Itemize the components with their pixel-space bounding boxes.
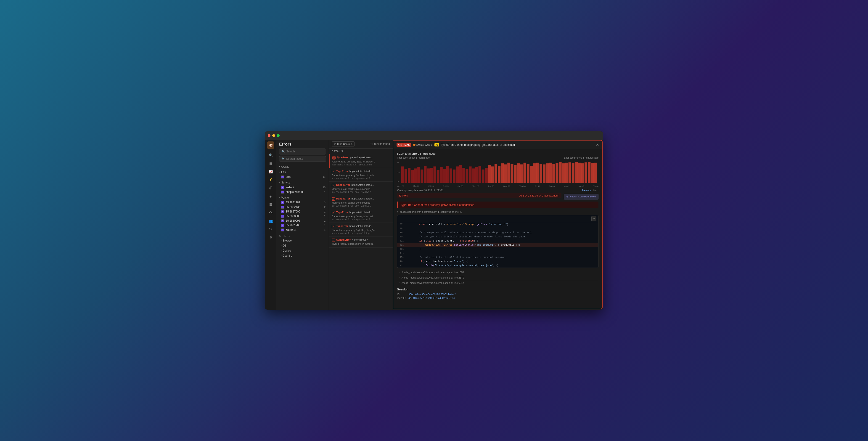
service-item-webui[interactable]: web-ui 10 bbox=[276, 185, 329, 190]
filter-device[interactable]: › Device bbox=[276, 248, 329, 253]
svg-rect-38 bbox=[514, 165, 517, 183]
error-item-2[interactable]: JS RangeError https://static.datac... Ma… bbox=[329, 182, 393, 195]
v4-checkbox[interactable] bbox=[281, 219, 284, 222]
search-box[interactable]: 🔍 bbox=[279, 149, 326, 154]
critical-badge: CRITICAL bbox=[397, 143, 411, 147]
stack-trace-1[interactable]: › ./node_modules/vue/dist/vue.runtime.es… bbox=[397, 275, 598, 280]
version-item-6[interactable]: 5aae51a 1 bbox=[276, 228, 329, 232]
version-item-1[interactable]: 35.2832435 2 bbox=[276, 205, 329, 209]
sidebar-icon-settings[interactable]: ⚙ bbox=[267, 234, 274, 241]
session-id-value[interactable]: 960cb69c-c30c-48ae-8012-960b314a4ec2 bbox=[408, 293, 456, 296]
others-section: OTHERS › Browser › OS › Device › bbox=[276, 234, 329, 258]
os-label: OS bbox=[283, 244, 286, 247]
stack-location-text: pages/department/_dept/product/_product.… bbox=[400, 210, 462, 213]
error-time-2: last seen about 1 hour ago – 15 days a bbox=[332, 191, 390, 193]
svg-text:1K: 1K bbox=[397, 162, 399, 164]
maximize-traffic-light[interactable] bbox=[277, 134, 280, 137]
env-prod-count: 11 bbox=[323, 175, 326, 178]
sidebar-icon-dashboard[interactable]: ▦ bbox=[267, 160, 274, 167]
v5-label: 35.2831783 bbox=[286, 224, 300, 227]
facets-search-input[interactable] bbox=[286, 157, 323, 160]
session-id-row: ID 960cb69c-c30c-48ae-8012-960b314a4ec2 bbox=[397, 293, 598, 296]
error-item-0[interactable]: JS TypeError pages/department/... Cannot… bbox=[329, 154, 393, 168]
svg-rect-62 bbox=[591, 163, 594, 183]
version-chevron: ▾ bbox=[279, 197, 280, 199]
version-item-2[interactable]: 35.2827500 2 bbox=[276, 209, 329, 214]
version-label-row[interactable]: ▾ Version bbox=[276, 195, 329, 200]
service-name: shopist-web-ui bbox=[416, 144, 433, 146]
stack-location: ▾ pages/department/_dept/product/_produc… bbox=[397, 210, 598, 213]
error-msg-4: Cannot read property 'from_ts' of null bbox=[332, 215, 390, 218]
sidebar-icon-apm[interactable]: ⚡ bbox=[267, 176, 274, 183]
hide-controls-button[interactable]: 👁 Hide Controls bbox=[332, 142, 354, 146]
close-button[interactable]: ✕ bbox=[596, 143, 599, 147]
service-webui-label: web-ui bbox=[286, 186, 294, 189]
close-traffic-light[interactable] bbox=[268, 134, 271, 137]
stack-trace-path-0: ./node_modules/vue/dist/vue.runtime.esm.… bbox=[401, 271, 464, 274]
previous-button[interactable]: Previous bbox=[582, 189, 592, 192]
error-item-5[interactable]: JS TypeError https://static.datado... Ca… bbox=[329, 223, 393, 236]
error-msg-6: Invalid regular expression: /[/: Unterm bbox=[332, 242, 390, 245]
service-shopist-checkbox[interactable] bbox=[281, 190, 284, 194]
core-chevron: ▾ bbox=[279, 166, 280, 168]
filter-os[interactable]: › OS bbox=[276, 243, 329, 248]
error-url-1: https://static.datado... bbox=[349, 170, 373, 173]
svg-rect-30 bbox=[488, 165, 491, 183]
version-item-3[interactable]: 35.2828800 1 bbox=[276, 214, 329, 218]
browser-chevron: › bbox=[281, 239, 282, 242]
filter-country[interactable]: › Country bbox=[276, 253, 329, 258]
version-item-0[interactable]: 35.2831289 3 bbox=[276, 200, 329, 205]
svg-rect-42 bbox=[527, 164, 529, 183]
svg-rect-53 bbox=[562, 164, 565, 183]
error-item-1[interactable]: JS TypeError https://static.datado... Ca… bbox=[329, 168, 393, 182]
filter-browser[interactable]: › Browser bbox=[276, 238, 329, 243]
minimize-traffic-light[interactable] bbox=[272, 134, 275, 137]
v2-label: 35.2827500 bbox=[286, 210, 300, 213]
v3-checkbox[interactable] bbox=[281, 215, 284, 218]
facets-search-box[interactable]: 🔍 bbox=[279, 156, 326, 162]
stack-trace-2[interactable]: › ./node_modules/vue/dist/vue.runtime.es… bbox=[397, 280, 598, 285]
sidebar-icon-map[interactable]: 🗺 bbox=[267, 209, 274, 216]
sidebar-icon-team[interactable]: 👥 bbox=[267, 217, 274, 225]
v2-checkbox[interactable] bbox=[281, 210, 284, 213]
code-line-41: 41. if (this.product.inCart == undefined… bbox=[397, 239, 598, 243]
error-time-1: last seen about 2 hours ago – about 2 bbox=[332, 177, 390, 180]
version-item-4[interactable]: 35.2830998 1 bbox=[276, 218, 329, 223]
error-item-4[interactable]: JS TypeError https://static.datado... Ca… bbox=[329, 209, 393, 223]
env-item-prod[interactable]: prod 11 bbox=[276, 175, 329, 179]
v0-checkbox[interactable] bbox=[281, 201, 284, 204]
next-button[interactable]: Next bbox=[593, 189, 598, 192]
sidebar-icon-rum[interactable]: ◈ bbox=[267, 193, 274, 200]
sidebar-icon-info[interactable]: ⓘ bbox=[267, 184, 274, 192]
error-item-6[interactable]: JS SyntaxError <anonymous> Invalid regul… bbox=[329, 236, 393, 248]
stack-trace-0[interactable]: › ./node_modules/vue/dist/vue.runtime.es… bbox=[397, 270, 598, 275]
svg-rect-54 bbox=[565, 163, 568, 183]
error-url-3: https://static.datac... bbox=[351, 197, 374, 200]
right-panel: CRITICAL shopist-web-ui JS TypeError: Ca… bbox=[393, 140, 602, 309]
v1-checkbox[interactable] bbox=[281, 206, 284, 209]
svg-rect-44 bbox=[533, 164, 536, 183]
session-title: Session bbox=[397, 288, 598, 291]
service-label-row[interactable]: ▾ Service bbox=[276, 180, 329, 185]
view-id-value[interactable]: dd4f01ce-b773-4640-b87f-cd2071b9728e bbox=[408, 297, 455, 299]
v6-checkbox[interactable] bbox=[281, 229, 284, 232]
svg-rect-27 bbox=[478, 166, 481, 183]
version-item-5[interactable]: 35.2831783 1 bbox=[276, 223, 329, 228]
left-panel: Errors 🔍 🔍 ▾ CORE bbox=[276, 140, 329, 310]
copy-code-button[interactable]: ⧉ bbox=[591, 216, 596, 221]
service-webui-checkbox[interactable] bbox=[281, 186, 284, 189]
sidebar-icon-list[interactable]: ☰ bbox=[267, 201, 274, 208]
search-input[interactable] bbox=[286, 150, 323, 153]
v5-checkbox[interactable] bbox=[281, 224, 284, 227]
titlebar bbox=[265, 131, 603, 140]
env-label-row[interactable]: ▾ Env bbox=[276, 170, 329, 175]
sidebar-icon-search[interactable]: 🔍 bbox=[267, 151, 274, 159]
section-core[interactable]: ▾ CORE bbox=[276, 165, 329, 169]
error-item-3[interactable]: JS RangeError https://static.datac... Ma… bbox=[329, 195, 393, 209]
code-block: ⧉ 37. const sessionID = window.localStor… bbox=[397, 215, 598, 268]
service-item-shopist[interactable]: shopist-web-ui 1 bbox=[276, 190, 329, 194]
sidebar-icon-chart[interactable]: 📈 bbox=[267, 168, 274, 175]
sidebar-icon-shield[interactable]: 🛡 bbox=[267, 226, 274, 233]
rum-button[interactable]: ◈ View in Context of RUM bbox=[564, 194, 598, 200]
env-prod-checkbox[interactable] bbox=[281, 175, 284, 178]
